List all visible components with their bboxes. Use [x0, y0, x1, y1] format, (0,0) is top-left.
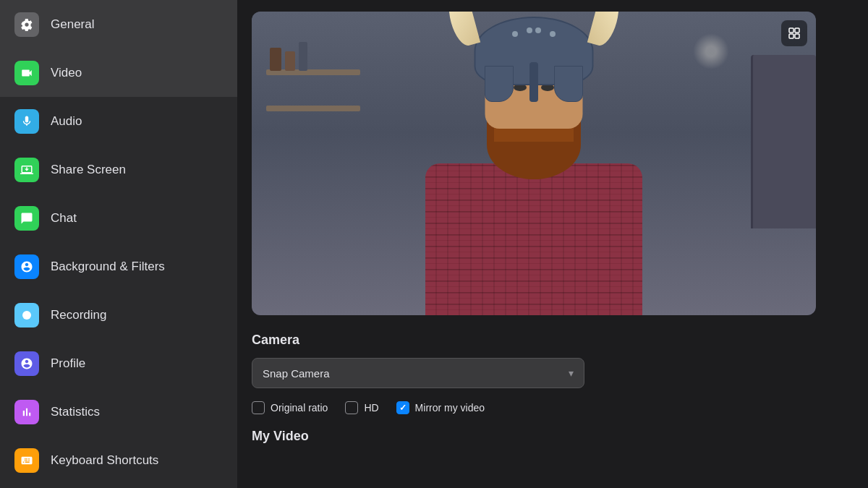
recording-icon: [14, 303, 39, 328]
sidebar-item-general[interactable]: General: [0, 0, 237, 48]
camera-section-label: Camera: [252, 333, 854, 348]
keyboard-shortcuts-icon: [14, 448, 39, 473]
mirror-video-checkbox-label: Mirror my video: [415, 402, 485, 414]
checkbox-item-original-ratio[interactable]: Original ratio: [252, 401, 328, 414]
main-content: Camera Snap Camera ▾ Original ratioHDMir…: [237, 0, 868, 488]
video-preview: [252, 12, 816, 315]
original-ratio-checkbox[interactable]: [252, 401, 265, 414]
chat-label: Chat: [51, 211, 77, 226]
my-video-label: My Video: [252, 429, 854, 444]
original-ratio-checkbox-label: Original ratio: [271, 402, 328, 414]
video-preview-bg: [252, 12, 816, 315]
sidebar-item-statistics[interactable]: Statistics: [0, 388, 237, 436]
audio-icon: [14, 109, 39, 134]
settings-section: Camera Snap Camera ▾ Original ratioHDMir…: [252, 333, 854, 474]
sidebar-item-audio[interactable]: Audio: [0, 97, 237, 145]
mirror-video-checkbox[interactable]: [396, 401, 409, 414]
audio-label: Audio: [51, 114, 82, 129]
svg-point-0: [22, 311, 31, 320]
expand-button[interactable]: [781, 20, 807, 46]
video-icon: [14, 61, 39, 85]
sidebar-item-share-screen[interactable]: Share Screen: [0, 145, 237, 194]
general-label: General: [51, 17, 94, 32]
statistics-label: Statistics: [51, 405, 100, 419]
background-filters-label: Background & Filters: [51, 260, 165, 274]
dropdown-arrow-icon: ▾: [569, 367, 574, 379]
sidebar-item-background-filters[interactable]: Background & Filters: [0, 242, 237, 291]
sidebar-item-profile[interactable]: Profile: [0, 339, 237, 388]
svg-rect-2: [795, 28, 799, 33]
camera-dropdown[interactable]: Snap Camera ▾: [252, 358, 584, 388]
hd-checkbox[interactable]: [345, 401, 358, 414]
profile-icon: [14, 351, 39, 376]
sidebar-item-video[interactable]: Video: [0, 48, 237, 97]
recording-label: Recording: [51, 308, 107, 322]
sidebar-item-keyboard-shortcuts[interactable]: Keyboard Shortcuts: [0, 436, 237, 484]
general-icon: [14, 12, 39, 37]
svg-rect-3: [789, 34, 793, 38]
share-screen-icon: [14, 158, 39, 182]
profile-label: Profile: [51, 356, 85, 371]
video-label: Video: [51, 66, 82, 80]
share-screen-label: Share Screen: [51, 163, 126, 177]
sidebar-item-chat[interactable]: Chat: [0, 194, 237, 242]
svg-rect-1: [789, 28, 793, 33]
checkbox-item-mirror-video[interactable]: Mirror my video: [396, 401, 485, 414]
keyboard-shortcuts-label: Keyboard Shortcuts: [51, 453, 158, 468]
background-filters-icon: [14, 254, 39, 279]
checkbox-item-hd[interactable]: HD: [345, 401, 378, 414]
chat-icon: [14, 206, 39, 231]
camera-selected-text: Snap Camera: [263, 367, 330, 380]
hd-checkbox-label: HD: [364, 402, 378, 414]
sidebar-item-recording[interactable]: Recording: [0, 291, 237, 339]
svg-rect-4: [795, 34, 799, 38]
video-options-row: Original ratioHDMirror my video: [252, 401, 854, 414]
statistics-icon: [14, 400, 39, 424]
sidebar: GeneralVideoAudioShare ScreenChatBackgro…: [0, 0, 237, 488]
